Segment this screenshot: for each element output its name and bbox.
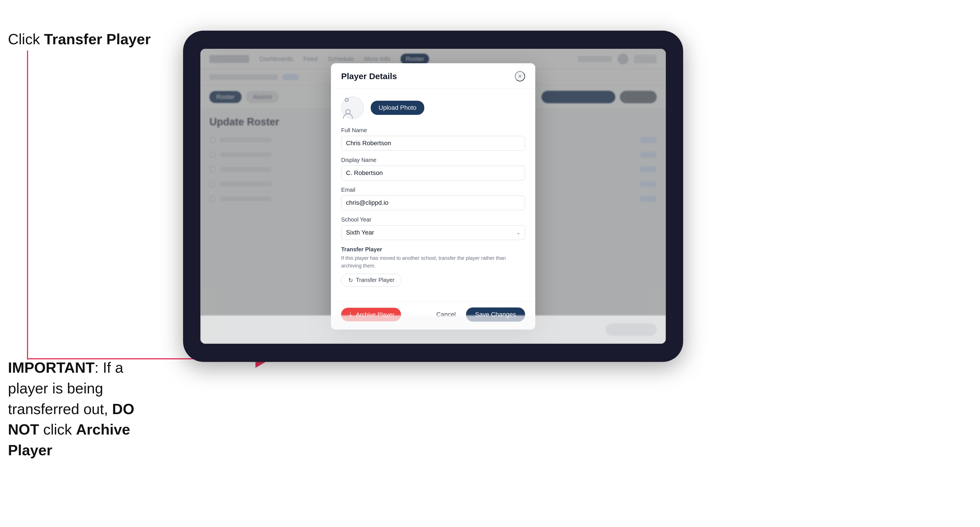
- svg-point-0: [346, 110, 350, 114]
- instruction-text2: click: [39, 421, 76, 438]
- school-year-select-wrapper: First Year Second Year Third Year Fourth…: [341, 225, 525, 240]
- school-year-select[interactable]: First Year Second Year Third Year Fourth…: [341, 225, 525, 240]
- display-name-input[interactable]: [341, 166, 525, 180]
- school-year-label: School Year: [341, 216, 525, 223]
- display-name-label: Display Name: [341, 157, 525, 163]
- player-details-modal: Player Details × ⚬: [331, 63, 535, 330]
- bottom-button-placeholder: [606, 323, 657, 336]
- instruction-prefix: Click: [8, 31, 44, 48]
- instruction-bold: Transfer Player: [44, 31, 151, 48]
- upload-photo-button[interactable]: Upload Photo: [371, 101, 424, 115]
- transfer-player-button-label: Transfer Player: [356, 277, 395, 283]
- email-input[interactable]: [341, 195, 525, 210]
- instruction-bottom: IMPORTANT: If a player is being transfer…: [8, 357, 161, 460]
- email-group: Email: [341, 187, 525, 210]
- school-year-group: School Year First Year Second Year Third…: [341, 216, 525, 240]
- transfer-player-description: If this player has moved to another scho…: [341, 254, 525, 270]
- transfer-player-label: Transfer Player: [341, 246, 525, 253]
- photo-upload-row: ⚬ Upload Photo: [341, 97, 525, 119]
- avatar-preview: ⚬: [341, 97, 364, 119]
- full-name-input[interactable]: [341, 136, 525, 151]
- tablet-device: Dashboards Feed Schedule More Info Roste…: [183, 31, 683, 362]
- modal-header: Player Details ×: [331, 63, 535, 89]
- modal-body: ⚬ Upload Photo Full Name: [331, 89, 535, 302]
- display-name-group: Display Name: [341, 157, 525, 180]
- modal-backdrop: Player Details × ⚬: [200, 49, 666, 344]
- transfer-player-button[interactable]: ↻ Transfer Player: [341, 274, 402, 287]
- screen-bottom: [200, 316, 666, 344]
- tablet-screen: Dashboards Feed Schedule More Info Roste…: [200, 49, 666, 344]
- instruction-important: IMPORTANT: [8, 359, 94, 376]
- modal-title: Player Details: [341, 71, 397, 81]
- transfer-icon: ↻: [348, 277, 353, 284]
- full-name-group: Full Name: [341, 127, 525, 151]
- arrow-line-vertical: [27, 51, 28, 360]
- full-name-label: Full Name: [341, 127, 525, 133]
- modal-close-button[interactable]: ×: [515, 71, 525, 81]
- instruction-top: Click Transfer Player: [8, 31, 151, 48]
- email-label: Email: [341, 187, 525, 193]
- avatar-icon: ⚬: [342, 93, 363, 122]
- transfer-player-section: Transfer Player If this player has moved…: [341, 246, 525, 287]
